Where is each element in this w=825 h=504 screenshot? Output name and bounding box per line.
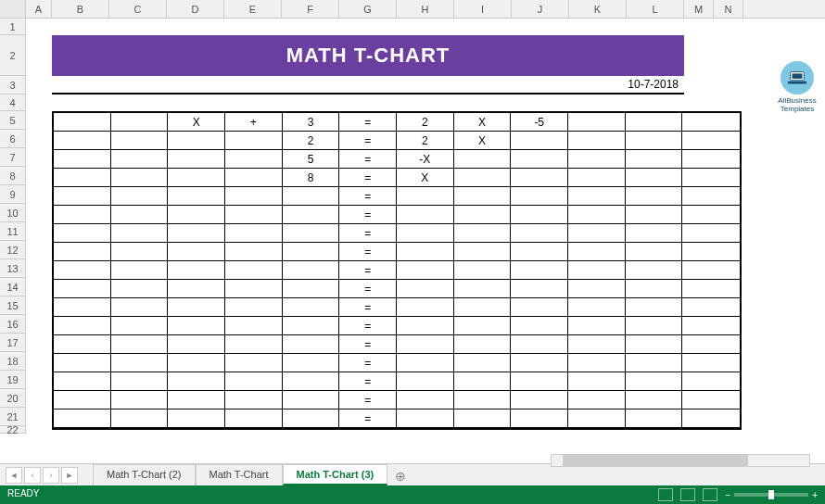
table-cell[interactable] xyxy=(111,280,169,297)
table-cell[interactable] xyxy=(626,113,683,131)
table-row[interactable]: = xyxy=(54,354,740,372)
table-cell[interactable] xyxy=(568,298,626,316)
table-cell[interactable] xyxy=(682,187,740,205)
table-cell[interactable] xyxy=(397,335,454,353)
table-cell[interactable] xyxy=(454,372,512,390)
row-header-9[interactable]: 9 xyxy=(0,185,26,204)
table-cell[interactable]: 2 xyxy=(397,113,454,131)
row-header-5[interactable]: 5 xyxy=(0,111,26,130)
column-header-N[interactable]: N xyxy=(714,0,743,18)
scrollbar-thumb[interactable] xyxy=(563,455,748,466)
table-row[interactable]: = xyxy=(54,206,740,224)
table-cell[interactable]: -X xyxy=(397,150,454,168)
table-row[interactable]: = xyxy=(54,187,740,206)
table-cell[interactable] xyxy=(682,317,740,334)
table-cell[interactable] xyxy=(225,150,283,168)
table-cell[interactable] xyxy=(397,354,454,372)
table-cell[interactable] xyxy=(111,391,169,409)
table-cell[interactable] xyxy=(568,243,626,260)
table-cell[interactable] xyxy=(682,113,740,131)
row-header-18[interactable]: 18 xyxy=(0,352,26,371)
row-header-12[interactable]: 12 xyxy=(0,241,26,259)
table-cell[interactable] xyxy=(54,391,111,409)
table-cell[interactable] xyxy=(225,261,283,279)
zoom-slider[interactable] xyxy=(734,493,808,497)
table-cell[interactable] xyxy=(168,132,225,149)
table-cell[interactable]: X xyxy=(397,169,454,186)
column-header-I[interactable]: I xyxy=(454,0,512,18)
table-cell[interactable] xyxy=(568,169,626,186)
table-cell[interactable]: = xyxy=(339,280,397,297)
table-cell[interactable]: = xyxy=(339,224,397,242)
table-cell[interactable] xyxy=(168,187,225,205)
table-cell[interactable] xyxy=(454,150,512,168)
table-cell[interactable] xyxy=(626,132,683,149)
add-sheet-button[interactable]: ⊕ xyxy=(387,467,410,485)
table-cell[interactable]: = xyxy=(339,113,397,131)
table-cell[interactable] xyxy=(283,187,340,205)
tchart-table[interactable]: X+3=2X-52=2X5=-X8=X============= xyxy=(52,111,742,430)
table-cell[interactable] xyxy=(682,391,740,409)
table-cell[interactable] xyxy=(682,261,740,279)
table-cell[interactable]: = xyxy=(339,298,397,316)
table-cell[interactable] xyxy=(397,372,454,390)
horizontal-scrollbar[interactable] xyxy=(551,454,810,467)
table-cell[interactable] xyxy=(397,410,454,427)
table-cell[interactable]: X xyxy=(454,113,512,131)
table-cell[interactable] xyxy=(225,187,283,205)
table-cell[interactable] xyxy=(511,224,568,242)
table-cell[interactable] xyxy=(568,224,626,242)
table-cell[interactable] xyxy=(568,317,626,334)
table-cell[interactable] xyxy=(397,243,454,260)
table-cell[interactable] xyxy=(225,280,283,297)
table-row[interactable]: = xyxy=(54,298,740,317)
table-cell[interactable] xyxy=(111,372,169,390)
table-cell[interactable] xyxy=(168,261,225,279)
table-cell[interactable]: = xyxy=(339,335,397,353)
table-cell[interactable] xyxy=(454,280,512,297)
table-cell[interactable] xyxy=(626,280,683,297)
table-cell[interactable] xyxy=(454,206,512,223)
table-cell[interactable] xyxy=(225,335,283,353)
table-cell[interactable] xyxy=(283,354,340,372)
table-cell[interactable]: = xyxy=(339,187,397,205)
table-row[interactable]: = xyxy=(54,243,740,261)
table-row[interactable]: = xyxy=(54,372,740,391)
table-cell[interactable] xyxy=(626,169,683,186)
table-cell[interactable]: 3 xyxy=(283,113,340,131)
table-cell[interactable] xyxy=(568,372,626,390)
row-header-17[interactable]: 17 xyxy=(0,334,26,352)
table-cell[interactable] xyxy=(283,206,340,223)
table-cell[interactable] xyxy=(54,317,111,334)
column-header-L[interactable]: L xyxy=(627,0,684,18)
tab-nav-first[interactable]: ◄ xyxy=(6,467,22,484)
table-cell[interactable]: = xyxy=(339,391,397,409)
table-cell[interactable] xyxy=(54,187,111,205)
row-header-8[interactable]: 8 xyxy=(0,167,26,185)
table-cell[interactable] xyxy=(111,354,169,372)
table-cell[interactable] xyxy=(511,354,568,372)
table-cell[interactable] xyxy=(682,354,740,372)
table-cell[interactable] xyxy=(54,410,111,427)
table-cell[interactable] xyxy=(626,372,683,390)
sheet-tab[interactable]: Math T-Chart (2) xyxy=(93,464,196,485)
tab-nav-prev[interactable]: ‹ xyxy=(24,467,41,484)
column-header-H[interactable]: H xyxy=(397,0,454,18)
table-cell[interactable] xyxy=(168,317,225,334)
table-cell[interactable] xyxy=(397,317,454,334)
table-cell[interactable] xyxy=(168,206,225,223)
table-cell[interactable]: = xyxy=(339,169,397,186)
table-cell[interactable]: = xyxy=(339,150,397,168)
column-header-M[interactable]: M xyxy=(684,0,714,18)
table-cell[interactable] xyxy=(682,410,740,427)
table-cell[interactable] xyxy=(568,132,626,149)
table-cell[interactable] xyxy=(111,169,169,186)
table-cell[interactable] xyxy=(454,298,512,316)
table-row[interactable]: 5=-X xyxy=(54,150,740,169)
table-cell[interactable] xyxy=(283,224,340,242)
column-header-B[interactable]: B xyxy=(52,0,109,18)
table-cell[interactable] xyxy=(54,169,111,186)
table-cell[interactable] xyxy=(225,132,283,149)
table-cell[interactable] xyxy=(111,298,169,316)
sheet-tab[interactable]: Math T-Chart xyxy=(196,464,283,485)
